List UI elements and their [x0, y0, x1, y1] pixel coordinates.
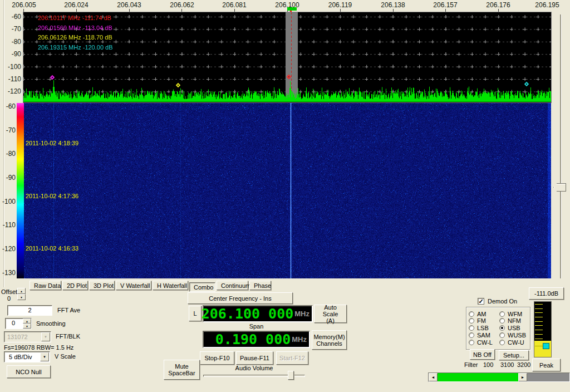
tab-phase[interactable]: Phase	[249, 281, 271, 290]
offset-spin-down-icon[interactable]: ▼	[17, 294, 26, 300]
radio-icon[interactable]	[499, 340, 505, 345]
spectrum-y-label: -80	[1, 38, 21, 46]
view-tabstrip: Raw Data 2D Plot 3D Plot V Waterfall H W…	[30, 281, 271, 292]
radio-icon[interactable]	[499, 332, 505, 338]
radio-icon[interactable]	[469, 332, 474, 338]
span-label: Span	[203, 323, 310, 330]
offset-value: 0	[4, 295, 13, 302]
mode-option-sam[interactable]: SAM	[469, 332, 498, 338]
mode-label: CW-U	[508, 339, 524, 346]
fft-blk-combobox[interactable]: 131072 ▼	[4, 331, 51, 342]
mode-option-wfm[interactable]: WFM	[499, 311, 529, 317]
mode-column-left: AM FM LSB SAM CW-L	[469, 311, 498, 345]
center-frequency-display[interactable]: 206.100 000 MHz	[203, 305, 313, 322]
stop-button[interactable]: Stop-F10	[200, 351, 234, 365]
mode-option-nfm[interactable]: NFM	[499, 318, 529, 324]
v-scale-dropdown-icon[interactable]: ▼	[40, 352, 49, 361]
fft-blk-dropdown-icon: ▼	[41, 332, 50, 341]
bar-left-arrow-button[interactable]: ◄	[429, 373, 438, 381]
smoothing-spinner: ▲ ▼	[23, 318, 31, 329]
mute-button[interactable]: Mute SpaceBar	[164, 360, 200, 380]
mode-label: NFM	[508, 317, 521, 324]
radio-icon[interactable]	[499, 318, 505, 324]
audio-volume-thumb[interactable]	[288, 371, 294, 380]
smoothing-label: Smoothing	[36, 320, 66, 327]
mode-label: CW-L	[477, 339, 493, 346]
demod-on-label: Demod On	[488, 298, 517, 305]
mode-option-usb[interactable]: USB	[499, 325, 529, 331]
mode-option-cw-u[interactable]: CW-U	[499, 339, 529, 345]
mode-option-fm[interactable]: FM	[469, 318, 498, 324]
tab-h-waterfall[interactable]: H Waterfall	[153, 281, 188, 290]
tab-continuum[interactable]: Continuum	[217, 281, 248, 290]
fft-blk-label: FFT/BLK	[56, 333, 80, 340]
tab-3d-plot[interactable]: 3D Plot	[89, 281, 115, 290]
right-slider-track[interactable]	[560, 14, 562, 278]
offset-spin-up-icon[interactable]: ▲	[17, 288, 26, 294]
v-scale-value: 5 dB/Div	[9, 354, 32, 360]
spectrum-y-label: -60	[1, 13, 21, 21]
memory-channels-button[interactable]: Memory(M) Channels	[312, 330, 347, 350]
x-tick-label: 206.195	[530, 1, 564, 9]
start-button: Start-F12	[276, 351, 308, 365]
waterfall-scale-label: -120	[0, 245, 16, 253]
filter-value-mid: 3100	[500, 361, 514, 368]
bar-green-fill[interactable]	[438, 373, 518, 381]
bar-right-arrow-button[interactable]: ►	[518, 373, 527, 381]
waterfall-timestamp: 2011-10-02 4:17:36	[26, 193, 78, 199]
radio-icon[interactable]	[499, 311, 505, 317]
spectrum-y-label: -110	[1, 75, 21, 83]
marker-readout-red: 206.10117 MHz -111.74 dB	[38, 14, 111, 21]
radio-selected-icon[interactable]	[499, 325, 505, 331]
mode-label: WUSB	[508, 332, 526, 339]
center-frequency-button[interactable]: Center Frequency - Ins	[188, 292, 293, 304]
spectrum-y-label: -70	[1, 25, 21, 33]
waterfall-display[interactable]	[24, 103, 551, 278]
radio-icon[interactable]	[469, 318, 474, 324]
x-tick-label: 206.119	[323, 1, 357, 9]
mode-option-lsb[interactable]: LSB	[469, 325, 498, 331]
v-scale-combobox[interactable]: 5 dB/Div ▼	[4, 351, 50, 362]
tab-2d-plot[interactable]: 2D Plot	[62, 281, 88, 290]
signal-level-readout: -111.0dB	[529, 287, 564, 300]
mode-column-right: WFM NFM USB WUSB CW-U	[499, 311, 529, 345]
center-frequency-value: 206.100 000	[202, 306, 294, 322]
tab-combo[interactable]: Combo	[189, 282, 215, 292]
span-display[interactable]: 0.190 000 MHz	[203, 331, 310, 348]
tab-raw-data[interactable]: Raw Data	[30, 281, 61, 290]
demod-band-top-indicator[interactable]	[287, 7, 297, 11]
mode-option-am[interactable]: AM	[469, 311, 498, 317]
waterfall-timestamp: 2011-10-02 4:18:39	[26, 140, 78, 146]
waterfall-scale-label: -90	[0, 174, 16, 182]
x-tick-label: 206.005	[7, 1, 41, 9]
demod-on-checkbox[interactable]: ✓	[478, 298, 484, 305]
fft-ave-input[interactable]: 2	[7, 305, 52, 316]
x-tick-label: 206.157	[428, 1, 463, 9]
frequency-lock-button[interactable]: L	[189, 306, 202, 321]
waterfall-scale-label: -70	[0, 126, 16, 134]
span-value: 0.190 000	[215, 331, 291, 347]
tab-v-waterfall[interactable]: V Waterfall	[116, 281, 151, 290]
smoothing-spin-up-icon[interactable]: ▲	[23, 318, 31, 324]
radio-icon[interactable]	[469, 340, 474, 345]
nco-null-button[interactable]: NCO Null	[7, 365, 51, 378]
smoothing-spinbox[interactable]: 0 ▲ ▼	[5, 318, 32, 329]
smoothing-spin-down-icon[interactable]: ▼	[23, 324, 31, 329]
noise-blanker-button[interactable]: NB Off	[470, 349, 495, 360]
filter-adjust-bar: ◄ ►	[428, 373, 570, 382]
auto-scale-button[interactable]: Auto Scale (A)	[314, 305, 347, 323]
radio-icon[interactable]	[469, 325, 474, 331]
pause-button[interactable]: Pause-F11	[236, 351, 273, 365]
meter-threshold-thumb[interactable]	[543, 343, 549, 349]
spectravue-window: 206.005 206.024 206.043 206.062 206.081 …	[0, 0, 570, 392]
radio-icon[interactable]	[469, 311, 474, 317]
setup-button[interactable]: Setup...	[499, 350, 529, 360]
mode-label: WFM	[508, 311, 522, 317]
right-slider-thumb[interactable]	[553, 183, 566, 192]
smoothing-value: 0	[6, 320, 21, 326]
mode-option-cw-l[interactable]: CW-L	[469, 339, 498, 345]
peak-button[interactable]: Peak	[532, 359, 561, 371]
x-tick-label: 206.176	[481, 1, 515, 9]
waterfall-scale-label: -110	[0, 221, 16, 229]
mode-option-wusb[interactable]: WUSB	[499, 332, 529, 338]
